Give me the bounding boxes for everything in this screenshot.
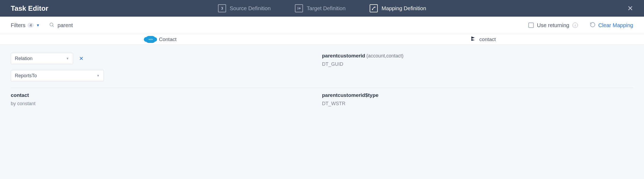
dynamics-icon bbox=[470, 36, 476, 43]
target-column-header: contact bbox=[322, 34, 644, 45]
filters-button[interactable]: Filters 4 ▼ bbox=[11, 22, 40, 28]
toolbar: Filters 4 ▼ Use returning i Clear Mappin… bbox=[0, 17, 644, 34]
svg-point-2 bbox=[50, 23, 53, 26]
chevron-down-icon: ▼ bbox=[97, 74, 100, 78]
source-column-header: salesforce Contact bbox=[0, 34, 322, 45]
search-input[interactable] bbox=[58, 22, 133, 28]
chevron-down-icon: ▼ bbox=[66, 57, 69, 60]
clear-mapping-label: Clear Mapping bbox=[598, 22, 633, 28]
search-icon bbox=[49, 22, 54, 28]
salesforce-icon: salesforce bbox=[145, 36, 156, 43]
mapping-right: parentcustomerid$type DT_WSTR bbox=[322, 92, 634, 107]
target-field-name: parentcustomerid$type bbox=[322, 92, 379, 98]
filters-label: Filters bbox=[11, 22, 25, 28]
tab-source-definition[interactable]: Source Definition bbox=[218, 4, 271, 12]
relation-select[interactable]: ReportsTo ▼ bbox=[11, 70, 104, 81]
target-field-type: DT_WSTR bbox=[322, 101, 634, 107]
mapping-left: contact by constant bbox=[11, 92, 322, 107]
toolbar-right: Use returning i Clear Mapping bbox=[528, 22, 633, 29]
svg-line-3 bbox=[53, 26, 54, 27]
target-field-annotation: (account,contact) bbox=[366, 53, 403, 59]
tab-label: Target Definition bbox=[307, 5, 346, 12]
mapping-body: Relation ▼ ✕ ReportsTo ▼ parentcustomeri… bbox=[0, 45, 644, 124]
select-value: Relation bbox=[15, 56, 33, 61]
info-icon[interactable]: i bbox=[572, 23, 578, 28]
clear-mapping-button[interactable]: Clear Mapping bbox=[590, 22, 633, 29]
close-icon[interactable]: ✕ bbox=[627, 4, 633, 13]
source-object-label: Contact bbox=[159, 36, 176, 42]
remove-mapping-icon[interactable]: ✕ bbox=[79, 55, 84, 62]
mapping-row: Relation ▼ ✕ ReportsTo ▼ parentcustomeri… bbox=[11, 49, 633, 88]
target-field-type: DT_GUID bbox=[322, 61, 634, 67]
use-returning-toggle[interactable]: Use returning i bbox=[528, 22, 578, 28]
tab-mapping-definition[interactable]: Mapping Definition bbox=[370, 4, 426, 12]
filters-count-badge: 4 bbox=[27, 23, 34, 28]
header-bar: Task Editor Source Definition Target Def… bbox=[0, 0, 644, 17]
tab-label: Source Definition bbox=[230, 5, 271, 12]
select-value: ReportsTo bbox=[15, 73, 37, 79]
tab-target-definition[interactable]: Target Definition bbox=[295, 4, 346, 12]
checkbox-empty-icon bbox=[528, 23, 534, 28]
svg-point-1 bbox=[375, 7, 375, 7]
column-headers: salesforce Contact contact bbox=[0, 34, 644, 45]
target-definition-icon bbox=[295, 4, 303, 12]
svg-point-0 bbox=[372, 9, 373, 10]
use-returning-label: Use returning bbox=[537, 22, 569, 28]
constant-value: contact bbox=[11, 92, 317, 98]
mapping-right: parentcustomerid (account,contact) DT_GU… bbox=[322, 53, 634, 67]
tab-label: Mapping Definition bbox=[382, 5, 426, 12]
page-title: Task Editor bbox=[11, 4, 48, 13]
mapping-left: Relation ▼ ✕ ReportsTo ▼ bbox=[11, 53, 322, 81]
mapping-row: contact by constant parentcustomerid$typ… bbox=[11, 88, 633, 113]
target-object-label: contact bbox=[479, 36, 496, 42]
target-field-name: parentcustomerid bbox=[322, 53, 365, 59]
mapping-type-select[interactable]: Relation ▼ bbox=[11, 53, 73, 64]
mapping-definition-icon bbox=[370, 4, 378, 12]
chevron-down-icon: ▼ bbox=[36, 23, 40, 27]
source-definition-icon bbox=[218, 4, 226, 12]
constant-sub: by constant bbox=[11, 101, 317, 107]
header-tabs: Source Definition Target Definition Mapp… bbox=[218, 4, 426, 12]
reset-icon bbox=[590, 22, 596, 29]
search-wrap bbox=[49, 22, 133, 28]
